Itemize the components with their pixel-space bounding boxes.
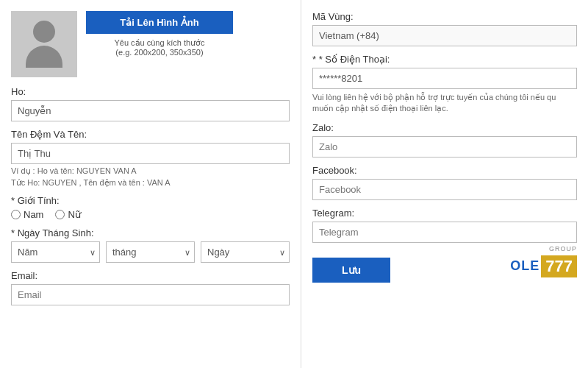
email-input[interactable] bbox=[11, 284, 290, 305]
facebook-label: Facebook: bbox=[312, 165, 577, 176]
gioi-tinh-group: * Giới Tính: Nam Nữ bbox=[11, 195, 290, 220]
avatar-body-shape bbox=[26, 46, 62, 68]
ten-dem-group: Tên Đệm Và Tên: Ví dụ : Ho và tên: NGUYE… bbox=[11, 129, 290, 188]
ho-input[interactable] bbox=[11, 100, 290, 121]
777-logo-text: 777 bbox=[541, 255, 577, 277]
email-group: Email: bbox=[11, 270, 290, 305]
nu-text: Nữ bbox=[68, 209, 80, 220]
zalo-label: Zalo: bbox=[312, 122, 577, 133]
upload-image-button[interactable]: Tải Lên Hình Ảnh bbox=[86, 11, 233, 34]
right-panel: Mã Vùng: Vietnam (+84) * Số Điện Thoại: … bbox=[301, 0, 588, 368]
avatar-right: Tải Lên Hình Ảnh Yêu cầu cùng kích thước… bbox=[86, 11, 233, 57]
thang-select-wrapper: tháng bbox=[106, 241, 195, 263]
avatar-section: Tải Lên Hình Ảnh Yêu cầu cùng kích thước… bbox=[11, 11, 290, 77]
phone-input[interactable] bbox=[312, 68, 577, 89]
facebook-input[interactable] bbox=[312, 179, 577, 200]
nam-select[interactable]: Năm bbox=[11, 241, 100, 263]
ma-vung-group: Mã Vùng: Vietnam (+84) bbox=[312, 11, 577, 46]
phone-note: Vui lòng liên hệ với bộ phận hỗ trợ trực… bbox=[312, 92, 577, 115]
gioi-tinh-label: * Giới Tính: bbox=[11, 195, 290, 206]
so-dien-thoai-group: * Số Điện Thoại: Vui lòng liên hệ với bộ… bbox=[312, 54, 577, 115]
avatar-box bbox=[11, 11, 77, 77]
ngay-sinh-group: * Ngày Tháng Sinh: Năm tháng Ngày bbox=[11, 227, 290, 263]
vietnam-value: Vietnam (+84) bbox=[312, 25, 577, 46]
logo-area: GROUP OLE 777 bbox=[510, 255, 577, 277]
telegram-label: Telegram: bbox=[312, 208, 577, 219]
avatar-head-shape bbox=[33, 21, 55, 43]
ho-label: Ho: bbox=[11, 86, 290, 97]
facebook-group: Facebook: bbox=[312, 165, 577, 200]
nam-radio-label[interactable]: Nam bbox=[11, 209, 43, 220]
ma-vung-label: Mã Vùng: bbox=[312, 11, 577, 22]
telegram-input[interactable] bbox=[312, 222, 577, 243]
zalo-input[interactable] bbox=[312, 136, 577, 158]
upload-hint: Yêu cầu cùng kích thước (e.g. 200x200, 3… bbox=[86, 38, 233, 57]
ngay-select[interactable]: Ngày bbox=[201, 241, 290, 263]
ten-hint-1: Ví dụ : Ho và tên: NGUYEN VAN A bbox=[11, 166, 290, 176]
gender-row: Nam Nữ bbox=[11, 209, 290, 220]
ngay-sinh-label: * Ngày Tháng Sinh: bbox=[11, 227, 290, 238]
zalo-group: Zalo: bbox=[312, 122, 577, 158]
nu-radio-label[interactable]: Nữ bbox=[55, 209, 80, 220]
save-button[interactable]: Lưu bbox=[312, 258, 390, 283]
thang-select[interactable]: tháng bbox=[106, 241, 195, 263]
ngay-select-wrapper: Ngày bbox=[201, 241, 290, 263]
avatar-placeholder bbox=[11, 11, 77, 77]
ten-dem-label: Tên Đệm Và Tên: bbox=[11, 129, 290, 140]
ole-logo-text: OLE bbox=[510, 258, 539, 274]
telegram-group: Telegram: bbox=[312, 208, 577, 243]
ten-dem-input[interactable] bbox=[11, 143, 290, 164]
nam-radio[interactable] bbox=[11, 210, 21, 219]
group-label: GROUP bbox=[549, 245, 577, 252]
nam-text: Nam bbox=[24, 209, 43, 220]
nam-select-wrapper: Năm bbox=[11, 241, 100, 263]
ho-group: Ho: bbox=[11, 86, 290, 121]
dob-row: Năm tháng Ngày bbox=[11, 241, 290, 263]
email-label: Email: bbox=[11, 270, 290, 281]
nu-radio[interactable] bbox=[55, 210, 65, 219]
so-dien-thoai-label: * Số Điện Thoại: bbox=[312, 54, 577, 65]
left-panel: Tải Lên Hình Ảnh Yêu cầu cùng kích thước… bbox=[0, 0, 301, 368]
ten-hint-2: Tức Ho: NGUYEN , Tên đệm và tên : VAN A bbox=[11, 178, 290, 188]
